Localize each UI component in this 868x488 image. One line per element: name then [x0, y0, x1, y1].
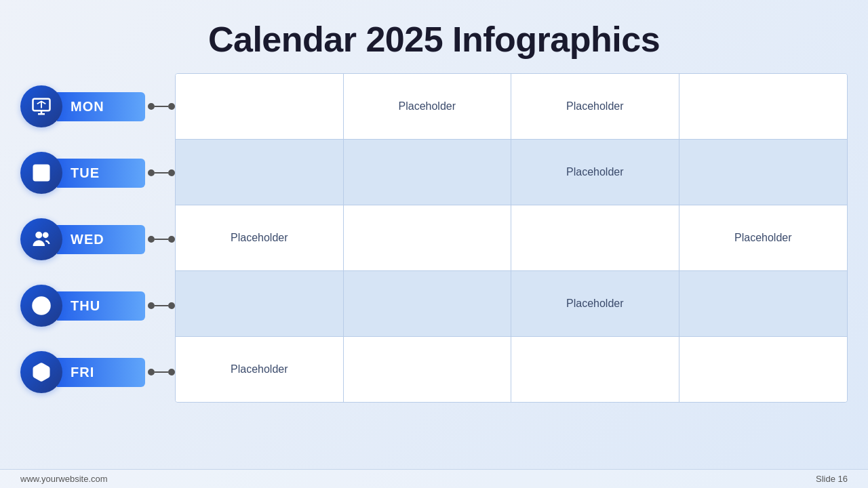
cell-mon-3: Placeholder: [511, 74, 679, 139]
thu-icon: [20, 285, 62, 327]
day-row-thu: THU: [20, 272, 175, 339]
day-badge-tue: TUE: [20, 152, 145, 194]
svg-rect-4: [34, 165, 50, 181]
thu-connector: [148, 302, 175, 309]
day-badge-wed: WED: [20, 218, 145, 260]
cell-fri-3: [511, 337, 679, 402]
cell-tue-1: [176, 140, 344, 205]
cell-fri-1: Placeholder: [176, 337, 344, 402]
fri-connector: [148, 369, 175, 375]
cell-thu-4: [679, 271, 848, 336]
wed-label: WED: [57, 225, 145, 254]
cell-mon-2: Placeholder: [344, 74, 512, 139]
slide: Calendar 2025 Infographics MON: [0, 0, 868, 488]
wed-icon: [20, 218, 62, 260]
cell-wed-2: [344, 205, 512, 270]
tue-icon: [20, 152, 62, 194]
grid-row-wed: Placeholder Placeholder: [176, 205, 847, 271]
day-row-wed: WED: [20, 206, 175, 272]
day-row-mon: MON: [20, 73, 175, 140]
tue-connector: [148, 169, 175, 176]
cell-mon-1: [176, 74, 344, 139]
footer-website: www.yourwebsite.com: [20, 474, 108, 484]
grid-row-thu: Placeholder: [176, 271, 847, 337]
day-row-fri: FRI: [20, 339, 175, 405]
cell-thu-2: [344, 271, 512, 336]
main-content: MON TUE: [0, 73, 868, 469]
grid-row-fri: Placeholder: [176, 337, 847, 402]
cell-wed-4: Placeholder: [679, 205, 848, 270]
grid-row-tue: Placeholder: [176, 140, 847, 205]
footer-slide-number: Slide 16: [816, 474, 848, 484]
svg-point-11: [38, 302, 45, 309]
cell-thu-1: [176, 271, 344, 336]
svg-point-8: [37, 232, 42, 238]
mon-label: MON: [57, 92, 145, 121]
calendar-grid: Placeholder Placeholder Placeholder Plac…: [175, 73, 848, 403]
tue-label: TUE: [57, 159, 145, 188]
day-badge-fri: FRI: [20, 351, 145, 393]
cell-fri-2: [344, 337, 512, 402]
cell-thu-3: Placeholder: [511, 271, 679, 336]
thu-label: THU: [57, 291, 145, 321]
day-row-tue: TUE: [20, 140, 175, 206]
wed-connector: [148, 236, 175, 243]
mon-connector: [148, 103, 175, 110]
cell-tue-2: [344, 140, 512, 205]
cell-mon-4: [679, 74, 848, 139]
cell-fri-4: [679, 337, 848, 402]
fri-label: FRI: [57, 358, 145, 387]
slide-title: Calendar 2025 Infographics: [0, 19, 868, 60]
day-badge-mon: MON: [20, 85, 145, 127]
cell-wed-1: Placeholder: [176, 205, 344, 270]
slide-footer: www.yourwebsite.com Slide 16: [0, 469, 868, 488]
fri-icon: [20, 351, 62, 393]
mon-icon: [20, 85, 62, 127]
days-column: MON TUE: [20, 73, 175, 405]
slide-header: Calendar 2025 Infographics: [0, 0, 868, 73]
cell-tue-3: Placeholder: [511, 140, 679, 205]
svg-point-9: [43, 233, 47, 237]
day-badge-thu: THU: [20, 285, 145, 327]
cell-tue-4: [679, 140, 848, 205]
cell-wed-3: [511, 205, 679, 270]
grid-row-mon: Placeholder Placeholder: [176, 74, 847, 140]
